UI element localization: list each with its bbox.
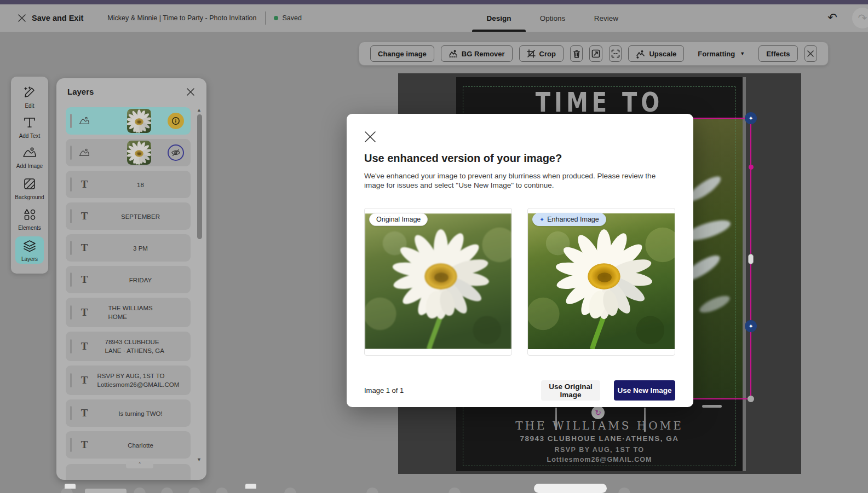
footer-line-email[interactable]: Lottiesmom26@GMAIL.COM bbox=[456, 456, 743, 463]
use-new-image-button[interactable]: Use New Image bbox=[614, 380, 675, 401]
layer-item-text[interactable]: T FRIDAY bbox=[66, 266, 191, 293]
layer-info-button[interactable] bbox=[168, 113, 184, 129]
ai-sparkle-handle-icon[interactable]: ✦ bbox=[745, 112, 757, 124]
drag-handle[interactable] bbox=[70, 272, 72, 287]
text-layer-icon: T bbox=[78, 407, 90, 419]
text-layer-icon: T bbox=[78, 242, 90, 254]
layers-scrollbar[interactable] bbox=[197, 114, 202, 239]
tab-options[interactable]: Options bbox=[526, 14, 579, 22]
bottom-chip[interactable] bbox=[65, 484, 76, 489]
use-original-image-button[interactable]: Use Original Image bbox=[541, 380, 600, 401]
formatting-dropdown[interactable]: Formatting ▼ bbox=[691, 45, 752, 62]
drag-handle[interactable] bbox=[70, 339, 72, 353]
drag-handle[interactable] bbox=[70, 146, 72, 160]
expand-icon bbox=[591, 49, 600, 58]
text-selection-edge bbox=[644, 408, 646, 432]
layer-item-image-selected[interactable] bbox=[66, 107, 191, 135]
layer-thumbnail bbox=[127, 109, 151, 133]
sidebar-label-edit: Edit bbox=[11, 103, 48, 109]
collapse-tab-icon[interactable]: ⌃ bbox=[126, 461, 153, 468]
sidebar-label-add-image: Add Image bbox=[11, 163, 48, 169]
resize-button[interactable] bbox=[589, 45, 602, 62]
active-tab-underline bbox=[472, 30, 526, 32]
text-layer-icon: T bbox=[78, 210, 90, 222]
eye-off-icon bbox=[171, 148, 181, 158]
drag-handle[interactable] bbox=[70, 406, 72, 420]
delete-button[interactable] bbox=[570, 45, 583, 62]
drag-handle[interactable] bbox=[70, 241, 72, 255]
bg-remover-button[interactable]: BG Remover bbox=[441, 45, 513, 62]
close-editor-icon[interactable] bbox=[18, 14, 26, 22]
save-and-exit-button[interactable]: Save and Exit bbox=[32, 14, 83, 22]
design-footer-text[interactable]: THE WILLIAMS HOME 78943 CLUBHOUE LANE·AT… bbox=[456, 419, 743, 463]
change-image-label: Change image bbox=[378, 50, 427, 58]
sidebar-item-add-text[interactable]: Add Text bbox=[11, 115, 48, 139]
footer-line-address[interactable]: 78943 CLUBHOUE LANE·ATHENS, GA bbox=[456, 434, 743, 443]
layer-item-text[interactable]: T SEPTEMBER bbox=[66, 202, 191, 230]
layer-item-text[interactable]: T 18 bbox=[66, 171, 191, 198]
bottom-chip[interactable] bbox=[245, 484, 256, 489]
text-layer-icon: T bbox=[78, 374, 90, 386]
tab-review[interactable]: Review bbox=[579, 14, 633, 22]
original-image-preview bbox=[365, 213, 511, 349]
layer-item-text[interactable]: T Is turning TWO! bbox=[66, 399, 191, 427]
original-image-card[interactable]: Original Image bbox=[364, 208, 512, 356]
scroll-down-icon[interactable]: ▼ bbox=[197, 457, 202, 462]
ai-sparkle-handle-icon[interactable]: ✦ bbox=[745, 320, 757, 332]
header-divider bbox=[265, 11, 266, 25]
bottom-zoom-bar[interactable] bbox=[534, 484, 607, 493]
footer-line-home[interactable]: THE WILLIAMS HOME bbox=[456, 419, 743, 432]
close-toolbar-button[interactable] bbox=[804, 45, 818, 62]
effects-button[interactable]: Effects bbox=[758, 45, 797, 62]
upscale-button[interactable]: Upscale bbox=[628, 45, 684, 62]
sidebar-item-edit[interactable]: Edit bbox=[11, 85, 48, 109]
layer-visibility-toggle[interactable] bbox=[168, 144, 184, 161]
text-layer-icon: T bbox=[78, 178, 90, 190]
add-image-icon bbox=[22, 146, 37, 160]
selection-side-handle[interactable] bbox=[748, 254, 754, 264]
layers-panel: Layers bbox=[56, 78, 206, 480]
drag-handle[interactable] bbox=[70, 177, 72, 192]
layer-item-text[interactable]: T 78943 CLUBHOUE LANE · ATHENS, GA bbox=[66, 332, 191, 361]
change-image-button[interactable]: Change image bbox=[370, 45, 434, 62]
sidebar-item-add-image[interactable]: Add Image bbox=[11, 146, 48, 169]
selection-corner-handle[interactable] bbox=[749, 165, 754, 170]
footer-line-rsvp[interactable]: RSVP BY AUG, 1ST TO bbox=[456, 446, 743, 454]
layers-icon bbox=[22, 240, 37, 253]
layer-thumbnail bbox=[127, 141, 151, 165]
sidebar-item-layers[interactable]: Layers bbox=[11, 240, 48, 262]
rotate-handle-icon[interactable]: ↻ bbox=[591, 406, 605, 419]
sidebar-item-background[interactable]: Background bbox=[11, 177, 48, 200]
scroll-up-icon[interactable]: ▲ bbox=[197, 107, 202, 113]
sidebar-label-layers: Layers bbox=[11, 256, 48, 262]
layer-label: Charlotte bbox=[128, 441, 153, 450]
selection-bottom-handle[interactable] bbox=[748, 396, 754, 402]
layer-item-text[interactable]: T 3 PM bbox=[66, 234, 191, 262]
enhance-image-modal: Use enhanced version of your image? We'v… bbox=[347, 114, 693, 407]
sidebar-item-elements[interactable]: Elements bbox=[11, 207, 48, 231]
modal-close-icon[interactable] bbox=[364, 131, 376, 143]
fit-frame-button[interactable] bbox=[609, 45, 622, 62]
drag-handle[interactable] bbox=[70, 373, 72, 387]
bg-remover-label: BG Remover bbox=[462, 50, 505, 58]
layer-item-text[interactable]: T RSVP BY AUG, 1ST TO Lottiesmom26@GMAIL… bbox=[66, 366, 191, 395]
layers-panel-close-icon[interactable] bbox=[187, 88, 194, 96]
drag-handle[interactable] bbox=[70, 305, 72, 320]
upscale-label: Upscale bbox=[649, 50, 676, 58]
drag-handle[interactable] bbox=[70, 209, 72, 223]
layer-item-image-hidden[interactable] bbox=[66, 139, 191, 166]
upscale-icon bbox=[636, 49, 645, 59]
layer-item-partial[interactable]: ⌃ bbox=[66, 464, 191, 480]
drag-handle[interactable] bbox=[70, 438, 72, 452]
crop-button[interactable]: Crop bbox=[519, 45, 564, 62]
layer-item-text[interactable]: T Charlotte bbox=[66, 431, 191, 459]
enhanced-image-card[interactable]: ✦ Enhanced Image bbox=[527, 208, 675, 356]
layer-item-text[interactable]: T THE WILLIAMS HOME bbox=[66, 298, 191, 327]
tab-design[interactable]: Design bbox=[472, 14, 526, 22]
selection-bottom-center-handle[interactable] bbox=[702, 405, 722, 408]
bottom-active-page[interactable] bbox=[85, 489, 127, 493]
sidebar-label-elements: Elements bbox=[11, 225, 48, 231]
undo-button[interactable]: ↶ bbox=[825, 10, 840, 25]
elements-icon bbox=[22, 207, 37, 222]
drag-handle[interactable] bbox=[70, 114, 72, 128]
